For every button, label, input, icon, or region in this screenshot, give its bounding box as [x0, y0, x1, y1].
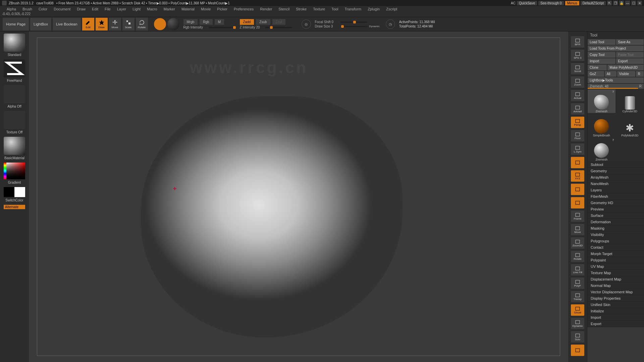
shelf-zoom[interactable]: Zoom	[571, 76, 584, 88]
tool-thumb-simplebrush[interactable]: SimpleBrush	[587, 113, 616, 137]
section-arraymesh[interactable]: ArrayMesh	[587, 174, 644, 181]
menu-alpha[interactable]: Alpha	[7, 7, 16, 11]
shelf-solo[interactable]: Solo	[571, 331, 584, 343]
menu-picker[interactable]: Picker	[217, 7, 227, 11]
menu-preferences[interactable]: Preferences	[234, 7, 254, 11]
maximize-icon[interactable]: ☐	[631, 1, 636, 5]
section-display-properties[interactable]: Display Properties	[587, 295, 644, 302]
move-mode-button[interactable]: Move	[109, 18, 121, 31]
section-polypaint[interactable]: Polypaint	[587, 257, 644, 263]
copy-tool-button[interactable]: Copy Tool	[587, 52, 616, 58]
color-picker[interactable]	[4, 163, 25, 179]
shelf-frame[interactable]: Frame	[571, 210, 584, 222]
liveboolean-button[interactable]: Live Boolean	[53, 18, 81, 31]
menu-zplugin[interactable]: Zplugin	[368, 7, 380, 11]
menu-layer[interactable]: Layer	[117, 7, 126, 11]
shelf-transp[interactable]: Transp	[571, 291, 584, 302]
quicksave-button[interactable]: QuickSave	[517, 1, 537, 5]
shelf-aahalf[interactable]: AAHalf	[571, 103, 584, 115]
menu-render[interactable]: Render	[260, 7, 272, 11]
menu-stroke[interactable]: Stroke	[296, 7, 307, 11]
lightbox-button[interactable]: LightBox	[30, 18, 51, 31]
shelf-floor[interactable]: Floor	[571, 130, 584, 141]
shelf-persp[interactable]: Persp	[571, 117, 584, 128]
homepage-button[interactable]: Home Page	[3, 18, 29, 31]
shelf-icon[interactable]	[571, 197, 584, 208]
section-preview[interactable]: Preview	[587, 206, 644, 213]
import-button[interactable]: Import	[587, 58, 616, 64]
shelf-move[interactable]: Move	[571, 224, 584, 235]
load-tool-button[interactable]: Load Tool	[587, 39, 616, 45]
tool-thumb-polymesh3d[interactable]: ✱PolyMesh3D	[616, 113, 644, 137]
scale-mode-button[interactable]: Scale	[122, 18, 135, 31]
tool-thumb-cylinder3d[interactable]: Cylinder3D	[616, 89, 644, 113]
section-visibility[interactable]: Visibility	[587, 232, 644, 238]
section-morph-target[interactable]: Morph Target	[587, 251, 644, 257]
canvas-viewport[interactable]: www.rrcg.cn ✛	[29, 32, 568, 362]
lightbox-tools-button[interactable]: Lightbox▶Tools	[587, 77, 644, 83]
zremesh-r-button[interactable]: R	[639, 84, 642, 88]
seethrough-slider[interactable]: See-through 0	[538, 1, 564, 5]
menu-color[interactable]: Color	[39, 7, 47, 11]
section-initialize[interactable]: Initialize	[587, 308, 644, 314]
texture-thumbnail[interactable]	[4, 111, 25, 129]
z-intensity-slider[interactable]	[265, 27, 292, 28]
section-contact[interactable]: Contact	[587, 244, 644, 251]
menu-tool[interactable]: Tool	[331, 7, 338, 11]
swatch-main[interactable]	[4, 187, 14, 197]
section-displacement-map[interactable]: Displacement Map	[587, 276, 644, 283]
save-as-button[interactable]: Save As	[616, 39, 644, 45]
draw-mode-button[interactable]: Draw	[96, 18, 108, 31]
shelf-line-fill[interactable]: Line Fill	[571, 264, 584, 276]
section-unified-skin[interactable]: Unified Skin	[587, 302, 644, 308]
section-uv-map[interactable]: UV Map	[587, 263, 644, 270]
menus-toggle[interactable]: Menus	[565, 1, 579, 5]
shelf-icon[interactable]	[571, 184, 584, 195]
sphere-brush-icon[interactable]	[154, 18, 166, 30]
section-geometry-hd[interactable]: Geometry HD	[587, 200, 644, 206]
section-nanomesh[interactable]: NanoMesh	[587, 181, 644, 187]
shelf-actual[interactable]: Actual	[571, 90, 584, 101]
switchcolor-button[interactable]: SwitchColor	[5, 198, 23, 202]
section-texture-map[interactable]: Texture Map	[587, 270, 644, 276]
shelf-icon[interactable]	[571, 157, 584, 168]
section-layers[interactable]: Layers	[587, 187, 644, 193]
sphere-material-icon[interactable]	[167, 18, 179, 30]
focal-shift-slider[interactable]	[340, 21, 367, 23]
zsub-button[interactable]: Zsub	[256, 19, 270, 25]
shelf-dynamic[interactable]: Dynamic	[571, 318, 584, 329]
alpha-thumbnail[interactable]	[4, 85, 25, 103]
dynamic-label[interactable]: Dynamic	[369, 25, 380, 28]
section-subtool[interactable]: Subtool	[587, 162, 644, 168]
hue-strip[interactable]	[4, 163, 6, 179]
shelf-zoom3d[interactable]: Zoom3D	[571, 237, 584, 249]
goz-button[interactable]: GoZ	[587, 71, 604, 77]
tool-thumb-zremesh[interactable]: 7Zremesh	[587, 89, 616, 113]
goz-r-button[interactable]: R	[636, 71, 644, 77]
tool-panel-header[interactable]: Tool	[587, 32, 644, 39]
shelf-rotate[interactable]: Rotate	[571, 251, 584, 262]
load-project-button[interactable]: Load Tools From Project	[587, 45, 644, 52]
section-fibermesh[interactable]: FiberMesh	[587, 193, 644, 200]
brush-thumbnail[interactable]	[4, 34, 25, 52]
shelf-xyz[interactable]: XYZ	[571, 170, 584, 182]
stroke-thumbnail[interactable]	[4, 59, 25, 77]
menu-material[interactable]: Material	[181, 7, 195, 11]
zremesh-slider[interactable]: Zremesh. 48 R	[587, 83, 644, 89]
menu-draw[interactable]: Draw	[77, 7, 86, 11]
shelf-l-sym[interactable]: L.Sym	[571, 143, 584, 155]
menu-transform[interactable]: Transform	[344, 7, 361, 11]
shelf-ghost[interactable]: Ghost	[571, 304, 584, 316]
rgb-button[interactable]: Rgb	[200, 19, 212, 25]
export-button[interactable]: Export	[616, 58, 644, 64]
shelf-scroll[interactable]: Scroll	[571, 63, 584, 74]
menu-movie[interactable]: Movie	[201, 7, 211, 11]
minimize-icon[interactable]: —	[625, 1, 630, 5]
gradient-label[interactable]: Gradient	[8, 181, 21, 184]
section-geometry[interactable]: Geometry	[587, 168, 644, 174]
menu-marker[interactable]: Marker	[164, 7, 175, 11]
m-button[interactable]: M	[215, 19, 224, 25]
draw-size-slider[interactable]	[340, 26, 367, 27]
material-thumbnail[interactable]	[4, 137, 25, 155]
alternate-button[interactable]: Alternate	[4, 205, 25, 209]
